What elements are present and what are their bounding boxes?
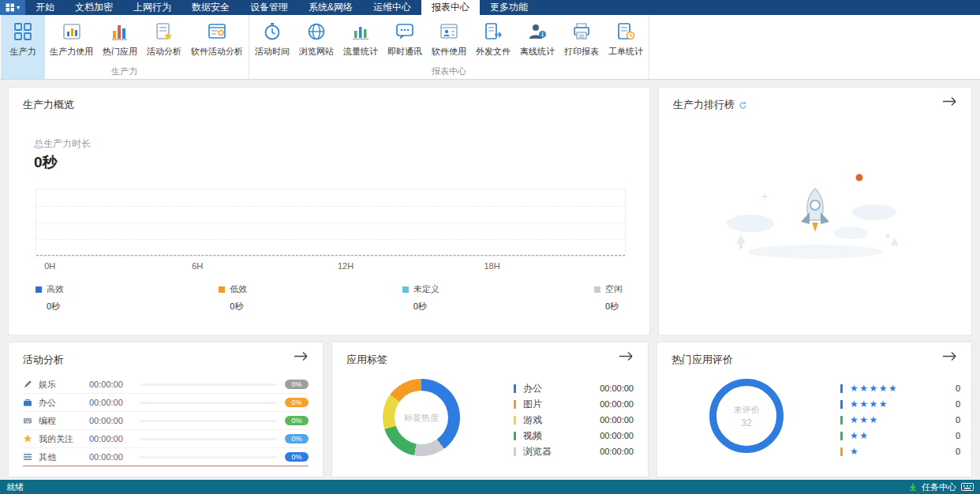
- ribbon-button-traffic-stats[interactable]: 流量统计: [339, 15, 383, 79]
- ring-center-value: 32: [741, 417, 751, 429]
- rating-bar: [840, 400, 843, 409]
- menu-item-web-behavior[interactable]: 上网行为: [123, 0, 181, 15]
- activity-row-coding[interactable]: 编程 00:00:00 0%: [23, 412, 309, 430]
- legend-bar: [514, 432, 516, 440]
- device-icon[interactable]: [961, 483, 974, 491]
- rating-row-2-stars: ★★ 0: [840, 428, 960, 443]
- card-title: 热门应用评价: [671, 353, 733, 367]
- traffic-chart-icon: [350, 21, 372, 43]
- stars: ★★★: [850, 414, 956, 425]
- menu-item-data-security[interactable]: 数据安全: [181, 0, 240, 15]
- total-duration-value: 0秒: [34, 152, 58, 173]
- arrow-right-icon: [294, 351, 309, 361]
- productivity-timeline-chart: [36, 189, 626, 256]
- ribbon-button-productivity[interactable]: 生产力: [1, 15, 45, 79]
- task-center-button[interactable]: 任务中心: [922, 481, 956, 493]
- ribbon-button-browse-websites[interactable]: 浏览网站: [294, 15, 339, 79]
- ribbon-button-activity-time[interactable]: 活动时间: [250, 15, 294, 79]
- percent-badge: 0%: [285, 434, 309, 443]
- ribbon-button-offline-stats[interactable]: 离线统计: [515, 15, 559, 79]
- ribbon-button-hot-apps[interactable]: 热门应用: [98, 15, 142, 79]
- tag-legend: 办公00:00:00 图片00:00:00 游戏00:00:00 视频00:00…: [514, 380, 634, 459]
- unrated-ring-chart: 未评价 32: [709, 379, 784, 453]
- rating-bar: [840, 432, 843, 440]
- open-ratings-arrow[interactable]: [942, 350, 957, 365]
- ribbon-button-label: 浏览网站: [299, 46, 334, 58]
- rating-bar: [840, 447, 843, 456]
- rating-bar: [840, 384, 843, 393]
- activity-row-other[interactable]: 其他 00:00:00 0%: [23, 448, 309, 466]
- ribbon-button-label: 离线统计: [520, 46, 555, 58]
- percent-badge: 0%: [285, 416, 309, 425]
- chart-baseline: [36, 255, 625, 256]
- ribbon: 生产力 生产力使用 热门应用: [0, 15, 980, 80]
- download-arrow-icon: [909, 483, 917, 491]
- list-icon: [23, 452, 32, 462]
- rating-rows: ★★★★★ 0 ★★★★ 0 ★★★ 0 ★★ 0 ★ 0: [840, 380, 960, 459]
- ribbon-button-label: 即时通讯: [387, 46, 422, 58]
- tag-heat-donut-chart: 标签热度: [383, 379, 460, 456]
- menu-item-doc-encryption[interactable]: 文档加密: [65, 0, 123, 15]
- menu-item-device-mgmt[interactable]: 设备管理: [240, 0, 298, 15]
- ribbon-button-print-reports[interactable]: 打印报表: [559, 15, 604, 79]
- ribbon-button-software-usage[interactable]: 软件使用: [427, 15, 471, 79]
- ring-center-label: 未评价: [734, 404, 760, 416]
- x-tick: 0H: [44, 261, 55, 271]
- refresh-icon[interactable]: [739, 101, 747, 110]
- ribbon-button-label: 软件活动分析: [191, 46, 243, 58]
- legend-item-efficient: 高效 0秒: [36, 283, 64, 312]
- statusbar: 就绪 任务中心: [0, 480, 980, 494]
- progress-track: [140, 456, 277, 458]
- open-activity-analysis-arrow[interactable]: [294, 350, 309, 365]
- legend-bar: [514, 447, 516, 456]
- x-tick: 12H: [338, 261, 353, 271]
- rating-row-1-star: ★ 0: [840, 443, 960, 459]
- menu-item-more-features[interactable]: 更多功能: [480, 0, 538, 15]
- open-app-tags-arrow[interactable]: [619, 350, 634, 365]
- entertainment-icon: [23, 380, 32, 389]
- window-icon: [6, 3, 15, 12]
- ribbon-button-instant-messaging[interactable]: 即时通讯: [383, 15, 427, 79]
- rating-row-5-stars: ★★★★★ 0: [840, 380, 960, 396]
- ribbon-button-label: 生产力使用: [50, 46, 93, 58]
- legend-bar: [514, 416, 516, 425]
- menubar: ▾ 开始 文档加密 上网行为 数据安全 设备管理 系统&网络 运维中心 报表中心…: [0, 0, 980, 15]
- arrow-right-icon: [942, 96, 957, 107]
- menu-item-system-network[interactable]: 系统&网络: [298, 0, 363, 15]
- percent-badge: 0%: [285, 452, 309, 462]
- activity-row-my-focus[interactable]: 我的关注 00:00:00 0%: [23, 430, 309, 448]
- open-leaderboard-arrow[interactable]: [942, 95, 957, 110]
- menu-item-ops-center[interactable]: 运维中心: [363, 0, 421, 15]
- legend-bar: [514, 384, 516, 393]
- usage-chart-icon: [61, 21, 83, 43]
- star-icon: [23, 434, 32, 443]
- activity-row-office[interactable]: 办公 00:00:00 0%: [23, 394, 309, 412]
- activity-analysis-card: 活动分析 娱乐 00:00:00 0% 办公 00:00:00 0%: [8, 342, 324, 477]
- ribbon-button-software-activity-analysis[interactable]: 软件活动分析: [186, 15, 248, 79]
- ribbon-button-activity-analysis[interactable]: 活动分析: [142, 15, 186, 79]
- legend-bar: [514, 400, 516, 409]
- stars: ★★★★★: [850, 383, 956, 394]
- activity-rows: 娱乐 00:00:00 0% 办公 00:00:00 0% 编程 00:00:0…: [23, 376, 309, 466]
- printer-icon: [570, 21, 593, 43]
- ribbon-button-work-order-stats[interactable]: 工单统计: [604, 15, 648, 79]
- ribbon-empty-space: [649, 15, 980, 79]
- rating-row-4-stars: ★★★★ 0: [840, 396, 960, 412]
- total-duration-label: 总生产力时长: [34, 137, 91, 151]
- percent-badge: 0%: [285, 398, 309, 407]
- ribbon-button-productivity-usage[interactable]: 生产力使用: [45, 15, 98, 79]
- legend-item-inefficient: 低效 0秒: [219, 283, 247, 312]
- activity-row-entertainment[interactable]: 娱乐 00:00:00 0%: [23, 376, 309, 394]
- legend-item-idle: 空闲 0秒: [594, 283, 623, 312]
- x-tick: 18H: [484, 261, 499, 271]
- ribbon-button-label: 打印报表: [564, 46, 599, 58]
- stars: ★★: [850, 430, 956, 441]
- menu-item-report-center[interactable]: 报表中心: [421, 0, 480, 15]
- rating-bar: [840, 416, 843, 425]
- software-usage-icon: [438, 21, 460, 43]
- hot-app-ratings-card: 热门应用评价 未评价 32 ★★★★★ 0 ★★★★ 0 ★★★: [656, 342, 972, 477]
- menu-item-start[interactable]: 开始: [25, 0, 65, 15]
- ribbon-button-outgoing-files[interactable]: 外发文件: [471, 15, 515, 79]
- app-menu-button[interactable]: ▾: [0, 0, 25, 15]
- legend-item-undefined: 未定义 0秒: [402, 283, 440, 312]
